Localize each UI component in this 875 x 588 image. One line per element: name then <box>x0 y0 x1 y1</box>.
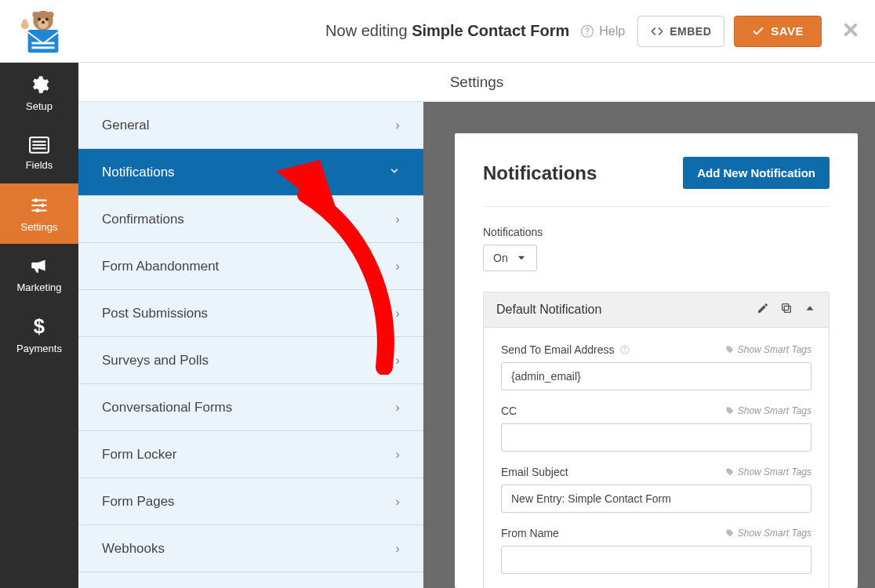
subject-label: Email Subject <box>501 466 568 478</box>
svg-point-1 <box>32 11 38 17</box>
sidebar-item-fields[interactable]: Fields <box>0 123 78 183</box>
submenu-item-webhooks[interactable]: Webhooks› <box>78 525 423 572</box>
notifications-panel: Notifications Add New Notification Notif… <box>455 133 858 588</box>
submenu-item-notifications[interactable]: Notifications <box>78 149 423 196</box>
sidebar-item-payments[interactable]: $ Payments <box>0 304 78 365</box>
subject-input[interactable] <box>501 485 811 513</box>
svg-rect-17 <box>32 147 45 149</box>
chevron-right-icon: › <box>395 400 400 416</box>
submenu-item-form-abandonment[interactable]: Form Abandonment› <box>78 243 423 290</box>
chevron-right-icon: › <box>395 118 400 133</box>
chevron-right-icon: › <box>395 259 400 274</box>
svg-point-5 <box>45 17 49 20</box>
svg-rect-11 <box>23 19 27 27</box>
sidebar-item-label: Fields <box>26 159 53 171</box>
submenu-item-form-locker[interactable]: Form Locker› <box>78 431 423 478</box>
show-smart-tags-link[interactable]: Show Smart Tags <box>725 405 811 416</box>
save-button[interactable]: SAVE <box>734 16 822 47</box>
gear-icon <box>29 74 49 95</box>
svg-point-6 <box>42 20 45 24</box>
chevron-down-icon <box>389 165 400 180</box>
submenu-item-conversational-forms[interactable]: Conversational Forms› <box>78 384 423 431</box>
svg-point-20 <box>35 209 39 212</box>
submenu-item-general[interactable]: General› <box>78 102 423 149</box>
edit-notification-button[interactable] <box>757 302 769 318</box>
close-button[interactable] <box>842 21 859 42</box>
submenu-item-surveys-polls[interactable]: Surveys and Polls› <box>78 337 423 384</box>
show-smart-tags-link[interactable]: Show Smart Tags <box>725 528 811 539</box>
sidebar-item-settings[interactable]: Settings <box>0 183 78 244</box>
send-to-input[interactable] <box>501 362 811 390</box>
submenu-item-confirmations[interactable]: Confirmations› <box>78 196 423 243</box>
show-smart-tags-link[interactable]: Show Smart Tags <box>725 344 811 355</box>
sidebar-item-marketing[interactable]: Marketing <box>0 244 78 304</box>
panel-title: Notifications <box>483 162 597 184</box>
submenu-item-form-pages[interactable]: Form Pages› <box>78 478 423 525</box>
sidebar-item-label: Settings <box>21 221 58 233</box>
dollar-icon: $ <box>31 315 47 337</box>
sidebar-item-setup[interactable]: Setup <box>0 63 78 123</box>
svg-rect-23 <box>782 304 789 310</box>
tags-icon <box>725 467 735 477</box>
svg-rect-8 <box>31 42 54 44</box>
tags-icon <box>725 528 735 538</box>
list-icon <box>29 136 49 154</box>
cc-label: CC <box>501 405 517 417</box>
tags-icon <box>725 345 735 354</box>
svg-rect-9 <box>31 46 54 49</box>
check-icon <box>752 25 764 38</box>
help-link[interactable]: Help <box>580 24 625 38</box>
help-icon <box>580 24 594 38</box>
svg-point-2 <box>48 11 54 17</box>
copy-icon <box>780 302 793 314</box>
bullhorn-icon <box>29 256 49 276</box>
help-icon <box>619 344 630 355</box>
sidebar-item-label: Setup <box>26 100 53 112</box>
notifications-toggle-dropdown[interactable]: On <box>483 245 537 271</box>
chevron-up-icon <box>804 302 816 314</box>
sidebar-item-label: Marketing <box>16 281 61 293</box>
svg-point-13 <box>586 33 588 34</box>
svg-text:$: $ <box>34 315 45 337</box>
chevron-right-icon: › <box>395 494 400 510</box>
from-name-input[interactable] <box>501 546 811 574</box>
svg-rect-22 <box>784 306 790 312</box>
svg-point-18 <box>34 198 38 202</box>
sidebar-item-label: Payments <box>16 343 62 354</box>
from-name-label: From Name <box>501 527 559 539</box>
cc-input[interactable] <box>501 423 811 452</box>
svg-point-4 <box>38 17 41 20</box>
pencil-icon <box>757 302 769 314</box>
settings-submenu: General› Notifications Confirmations› Fo… <box>78 102 423 588</box>
chevron-right-icon: › <box>395 541 400 557</box>
notification-card-header: Default Notification <box>484 292 829 328</box>
svg-rect-7 <box>28 30 59 53</box>
page-title: Settings <box>78 63 875 102</box>
chevron-right-icon: › <box>395 306 400 321</box>
notification-card: Default Notification Send To Email Addre… <box>483 292 830 588</box>
svg-point-25 <box>624 351 625 352</box>
editing-context: Now editing Simple Contact Form <box>325 22 569 40</box>
sliders-icon <box>29 195 49 216</box>
add-notification-button[interactable]: Add New Notification <box>683 157 830 189</box>
app-logo <box>19 7 67 56</box>
svg-rect-16 <box>32 143 45 145</box>
chevron-right-icon: › <box>395 212 400 227</box>
show-smart-tags-link[interactable]: Show Smart Tags <box>725 466 811 477</box>
tags-icon <box>725 406 735 416</box>
main-sidebar: Setup Fields Settings Marketing $ Paymen… <box>0 63 78 588</box>
submenu-item-post-submissions[interactable]: Post Submissions› <box>78 290 423 337</box>
chevron-down-icon <box>516 252 527 263</box>
notifications-toggle-label: Notifications <box>483 226 830 238</box>
chevron-right-icon: › <box>395 353 400 368</box>
duplicate-notification-button[interactable] <box>780 302 793 318</box>
svg-rect-15 <box>32 140 45 142</box>
embed-button[interactable]: EMBED <box>637 16 724 47</box>
chevron-right-icon: › <box>395 447 400 463</box>
svg-point-19 <box>41 203 45 207</box>
close-icon <box>842 21 859 38</box>
send-to-label: Send To Email Address <box>501 343 630 356</box>
code-icon <box>651 25 663 38</box>
collapse-notification-button[interactable] <box>804 302 816 318</box>
